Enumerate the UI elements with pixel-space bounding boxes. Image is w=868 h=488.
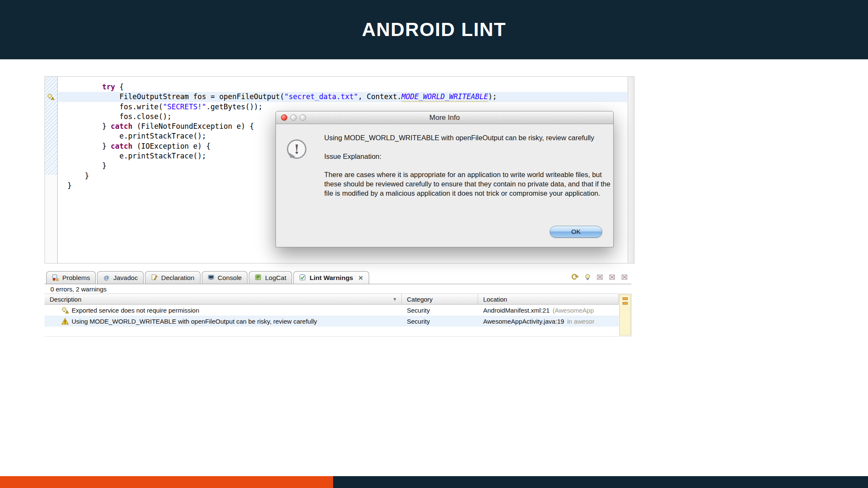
code-keyword: catch (111, 142, 132, 150)
tab-declaration[interactable]: Declaration (145, 271, 200, 284)
lint-status-bar: 0 errors, 2 warnings (45, 284, 632, 294)
tab-label: Javadoc (113, 274, 138, 282)
code-flagged-field: MODE_WORLD_WRITEABLE (401, 92, 488, 101)
code-text: e.printStackTrace(); (67, 132, 206, 140)
mac-zoom-button[interactable] (300, 114, 306, 121)
footer-accent-bar (0, 476, 333, 488)
tab-bar: Problems@JavadocDeclarationConsoleLogCat… (45, 271, 369, 284)
warning-location-note: in awesor (567, 318, 594, 325)
refresh-icon[interactable]: ⟳ (571, 273, 579, 281)
code-keyword: try (102, 83, 115, 91)
issue-explanation-label: Issue Explanation: (324, 152, 623, 161)
category-cell: Security (402, 316, 478, 327)
mac-window-controls (281, 111, 306, 124)
code-text: (IOException e) { (133, 142, 211, 150)
code-keyword: catch (111, 122, 132, 130)
view-toolbar: ⟳ (571, 273, 632, 284)
mac-close-button[interactable] (281, 114, 287, 121)
tab-problems[interactable]: Problems (46, 271, 96, 284)
dialog-titlebar[interactable]: More Info (276, 111, 613, 124)
column-label: Category (407, 296, 433, 303)
code-text (67, 83, 102, 91)
view-tab-bar: Problems@JavadocDeclarationConsoleLogCat… (45, 269, 632, 284)
issue-explanation-text: There are cases where it is appropriate … (324, 170, 618, 198)
ruler-warning-marker[interactable] (623, 297, 628, 300)
code-text: , Context. (358, 92, 401, 101)
code-line: fos.write("SECRETS!".getBytes()); (58, 102, 627, 112)
location-cell: AndroidManifest.xml:21(AwesomeApp (478, 305, 619, 316)
tab-label: Lint Warnings (309, 274, 353, 282)
code-text: } (67, 161, 106, 170)
warning-bubble-icon (287, 139, 306, 159)
warning-count: 0 errors, 2 warnings (50, 286, 107, 293)
logcat-icon (255, 274, 262, 281)
lint-icon (299, 274, 306, 281)
declaration-icon (151, 274, 158, 281)
page-title: ANDROID LINT (362, 19, 506, 41)
slide-header: ANDROID LINT (0, 0, 868, 59)
code-text: fos.write( (67, 103, 163, 111)
tab-close-icon[interactable]: ✕ (358, 274, 363, 281)
table-row[interactable]: Exported service does not require permis… (45, 305, 619, 316)
disabled-action-icon-1[interactable] (596, 273, 604, 281)
footer-bar (333, 476, 868, 488)
table-header: Description▼CategoryLocation (45, 294, 619, 305)
ruler-warning-marker[interactable] (623, 302, 628, 305)
code-text: (FileNotFoundException e) { (133, 122, 254, 130)
location-cell: AwesomeAppActivity.java:19in awesor (478, 316, 619, 327)
warning-location: AwesomeAppActivity.java:19 (483, 318, 564, 325)
code-string: "secret_data.txt" (284, 92, 358, 101)
warning-category: Security (407, 318, 430, 325)
code-text: FileOutputStream fos = openFileOutput( (67, 92, 284, 101)
more-info-dialog: More Info Using MODE_WORLD_WRITEABLE wit… (275, 111, 614, 247)
table-row[interactable]: Using MODE_WORLD_WRITEABLE with openFile… (45, 316, 619, 327)
warning-quickfix-icon (61, 307, 69, 314)
tab-label: Declaration (161, 274, 194, 282)
overview-ruler[interactable] (619, 294, 631, 336)
gutter-warning-icon[interactable] (47, 93, 55, 101)
column-header-category[interactable]: Category (402, 294, 478, 304)
tab-logcat[interactable]: LogCat (249, 271, 292, 284)
code-text: } (67, 122, 111, 130)
tab-console[interactable]: Console (202, 271, 248, 284)
gutter-hatch (45, 77, 57, 175)
code-text: { (115, 83, 124, 91)
console-icon (208, 274, 215, 281)
javadoc-icon: @ (103, 274, 110, 281)
editor-gutter (45, 77, 58, 263)
tab-label: Console (218, 274, 242, 282)
warning-location-note: (AwesomeApp (553, 307, 594, 314)
code-text: .getBytes()); (206, 103, 263, 111)
dialog-summary: Using MODE_WORLD_WRITEABLE with openFile… (324, 133, 623, 142)
code-line: try { (58, 82, 627, 92)
description-cell: Exported service does not require permis… (45, 305, 402, 316)
code-string: "SECRETS!" (163, 103, 206, 111)
category-cell: Security (402, 305, 478, 316)
warning-location: AndroidManifest.xml:21 (483, 307, 550, 314)
code-text: e.printStackTrace(); (67, 152, 206, 160)
disabled-action-icon-3[interactable] (620, 273, 628, 281)
column-header-description[interactable]: Description▼ (45, 294, 402, 304)
editor-scrollbar[interactable] (628, 77, 634, 263)
code-text: } (67, 181, 72, 190)
table-body: Exported service does not require permis… (45, 305, 619, 327)
tab-label: LogCat (265, 274, 286, 282)
sort-descending-icon: ▼ (392, 297, 397, 302)
tab-label: Problems (62, 274, 90, 282)
mac-minimize-button[interactable] (290, 114, 297, 121)
warning-triangle-icon (61, 318, 69, 325)
column-header-location[interactable]: Location (478, 294, 619, 304)
warning-description: Exported service does not require permis… (72, 307, 199, 314)
tab-javadoc[interactable]: @Javadoc (97, 271, 144, 284)
ok-button[interactable]: OK (550, 226, 602, 238)
code-text: fos.close(); (67, 112, 172, 121)
warning-description: Using MODE_WORLD_WRITEABLE with openFile… (72, 318, 317, 325)
tab-lint-warnings[interactable]: Lint Warnings✕ (293, 271, 369, 284)
code-text: } (67, 172, 89, 180)
code-line: FileOutputStream fos = openFileOutput("s… (58, 92, 627, 102)
dialog-body: Using MODE_WORLD_WRITEABLE with openFile… (276, 124, 613, 247)
lightbulb-icon[interactable] (584, 273, 591, 281)
warning-category: Security (407, 307, 430, 314)
problems-icon (52, 274, 59, 281)
disabled-action-icon-2[interactable] (608, 273, 616, 281)
